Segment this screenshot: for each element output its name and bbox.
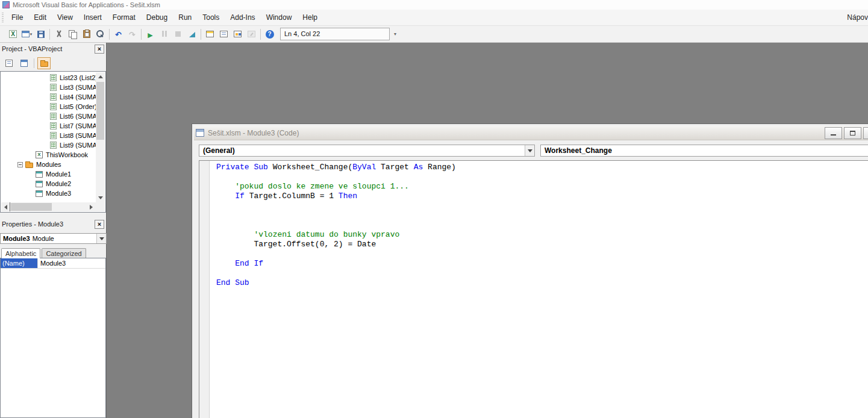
object-dropdown-value: (General) <box>203 146 235 155</box>
collapse-icon[interactable] <box>17 162 23 167</box>
app-titlebar: Microsoft Visual Basic for Applications … <box>0 0 868 10</box>
vba-application-window: Microsoft Visual Basic for Applications … <box>0 0 868 418</box>
insert-userform-button[interactable]: ▾ <box>20 28 34 41</box>
object-dropdown[interactable]: (General) <box>199 145 535 157</box>
worksheet-icon <box>50 84 57 91</box>
horizontal-scrollbar-thumb[interactable] <box>11 203 52 211</box>
minimize-button[interactable] <box>825 127 842 139</box>
menu-format[interactable]: Format <box>107 10 141 25</box>
project-panel-close-button[interactable]: × <box>95 45 104 54</box>
toolbar-overflow-button[interactable]: ▾ <box>391 28 399 41</box>
menu-tools[interactable]: Tools <box>197 10 225 25</box>
help-button[interactable] <box>263 28 276 41</box>
menu-window[interactable]: Window <box>261 10 298 25</box>
tree-item-list3-suma17[interactable]: List3 (SUMA17) <box>1 83 96 92</box>
scroll-down-icon[interactable] <box>96 193 105 202</box>
property-name[interactable]: (Name) <box>1 258 38 268</box>
tree-item-label: List4 (SUMA16) <box>60 93 96 101</box>
maximize-button[interactable] <box>844 127 861 139</box>
code-editor[interactable]: Private Sub Worksheet_Change(ByVal Targe… <box>199 160 868 418</box>
code-line <box>216 249 456 259</box>
scroll-up-icon[interactable] <box>96 72 105 81</box>
tree-item-label: List5 (Order) <box>60 103 96 110</box>
code-line <box>216 269 456 278</box>
view-object-button[interactable] <box>17 57 31 69</box>
tree-item-list6-suma15[interactable]: List6 (SUMA15) <box>1 111 96 121</box>
tree-item-label: List23 (List2) <box>60 74 96 81</box>
tree-item-list4-suma16[interactable]: List4 (SUMA16) <box>1 92 96 102</box>
menu-file[interactable]: File <box>6 10 28 25</box>
object-browser-button[interactable] <box>231 28 245 41</box>
chevron-down-icon[interactable] <box>96 234 106 243</box>
copy-button[interactable] <box>66 28 80 41</box>
tree-item-label: List9 (SUMA 12) <box>60 142 96 149</box>
scroll-left-icon[interactable] <box>1 202 10 211</box>
tree-item-module2[interactable]: Module2 <box>1 179 96 189</box>
property-value[interactable]: Module3 <box>38 258 66 268</box>
menu-view[interactable]: View <box>52 10 78 25</box>
toggle-folders-button[interactable] <box>37 57 51 69</box>
properties-grid-rows: (Name)Module3 <box>1 258 105 269</box>
menubar-grip[interactable] <box>2 13 4 22</box>
menu-addins[interactable]: Add-Ins <box>225 10 260 25</box>
chevron-down-icon: ▾ <box>394 31 396 37</box>
close-button[interactable]: × <box>863 127 868 139</box>
menu-debug[interactable]: Debug <box>141 10 173 25</box>
find-button[interactable] <box>93 28 107 41</box>
tree-horizontal-scrollbar[interactable] <box>1 202 96 211</box>
cut-button[interactable] <box>52 28 66 41</box>
vba-app-icon <box>2 1 10 8</box>
properties-object-dropdown[interactable]: Module3 Module <box>0 233 107 244</box>
tree-item-modules[interactable]: Modules <box>1 160 96 169</box>
folder-icon <box>40 61 48 67</box>
view-excel-button[interactable] <box>6 28 20 41</box>
toolbar-separator <box>34 58 34 68</box>
design-mode-button[interactable] <box>185 28 199 41</box>
project-toolbar <box>0 55 106 71</box>
tree-item-list8-suma13[interactable]: List8 (SUMA13) <box>1 131 96 140</box>
properties-panel-close-button[interactable]: × <box>95 220 104 229</box>
worksheet-icon <box>50 132 57 139</box>
menu-run[interactable]: Run <box>173 10 197 25</box>
undo-button[interactable] <box>111 28 125 41</box>
scroll-right-icon[interactable] <box>87 202 96 211</box>
worksheet-icon <box>50 74 57 81</box>
tree-item-label: List8 (SUMA13) <box>60 132 96 139</box>
tree-item-list5-order[interactable]: List5 (Order) <box>1 102 96 111</box>
menu-napoveda[interactable]: Nápov <box>841 10 868 25</box>
chevron-down-icon[interactable] <box>525 145 534 156</box>
code-line: End If <box>216 259 456 269</box>
paste-button[interactable] <box>80 28 93 41</box>
tree-item-list23-list2[interactable]: List23 (List2) <box>1 73 96 83</box>
menu-edit[interactable]: Edit <box>28 10 52 25</box>
tab-alphabetic[interactable]: Alphabetic <box>1 248 40 258</box>
save-button[interactable] <box>34 28 48 41</box>
property-row[interactable]: (Name)Module3 <box>1 258 105 269</box>
tree-item-label: ThisWorkbook <box>46 151 88 158</box>
tree-item-list9-suma-12[interactable]: List9 (SUMA 12) <box>1 140 96 150</box>
properties-window-button[interactable] <box>217 28 231 41</box>
tree-vertical-scrollbar[interactable] <box>96 72 105 202</box>
view-code-button[interactable] <box>2 57 16 69</box>
tree-item-thisworkbook[interactable]: ThisWorkbook <box>1 150 96 160</box>
menu-help[interactable]: Help <box>297 10 323 25</box>
left-dock: Project - VBAProject × List23 (List2)Lis… <box>0 43 107 418</box>
menubar: FileEditViewInsertFormatDebugRunToolsAdd… <box>0 10 868 26</box>
tree-item-list7-suma14[interactable]: List7 (SUMA14) <box>1 121 96 131</box>
tab-categorized[interactable]: Categorized <box>42 248 86 258</box>
code-lines: Private Sub Worksheet_Change(ByVal Targe… <box>216 163 456 288</box>
reset-icon <box>175 31 181 37</box>
tree-item-module3[interactable]: Module3 <box>1 189 96 198</box>
code-line <box>216 172 456 182</box>
procedure-dropdown[interactable]: Worksheet_Change <box>540 145 868 157</box>
code-line: Private Sub Worksheet_Change(ByVal Targe… <box>216 163 456 172</box>
paste-icon <box>83 30 90 38</box>
tree-item-module1[interactable]: Module1 <box>1 169 96 179</box>
tree-item-label: List6 (SUMA15) <box>60 113 96 120</box>
vertical-scrollbar-thumb[interactable] <box>96 82 104 140</box>
menu-insert[interactable]: Insert <box>78 10 107 25</box>
code-window-titlebar[interactable]: Sešit.xlsm - Module3 (Code) × <box>194 126 868 140</box>
project-explorer-button[interactable] <box>203 28 217 41</box>
run-button[interactable] <box>143 28 157 41</box>
worksheet-icon <box>50 103 57 110</box>
